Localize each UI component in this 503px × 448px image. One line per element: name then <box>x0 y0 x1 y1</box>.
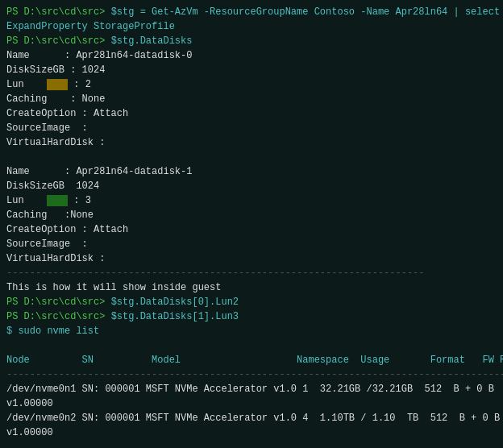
line-14: Lun : 3 <box>6 193 497 208</box>
line-blank-3 <box>6 440 497 448</box>
line-21: PS D:\src\cd\src> $stg.DataDisks[0].Lun2 <box>6 295 497 309</box>
terminal: PS D:\src\cd\src> $stg = Get-AzVm -Resou… <box>0 0 503 448</box>
nvme-row-2-fw: v1.00000 <box>6 425 497 440</box>
cmd-1: $stg = Get-AzVm -ResourceGroupName Conto… <box>111 6 503 18</box>
separator-2: ----------------------------------------… <box>6 367 497 382</box>
nvme-table-header: Node SN Model Namespace Usage Format FW … <box>6 353 497 367</box>
nvme-row-2: /dev/nvme0n2 SN: 000001 MSFT NVMe Accele… <box>6 411 497 425</box>
prompt-21: PS D:\src\cd\src> <box>6 297 111 308</box>
prompt-1: PS D:\src\cd\src> <box>6 6 111 18</box>
line-blank-2 <box>6 338 497 353</box>
line-22: PS D:\src\cd\src> $stg.DataDisks[1].Lun3 <box>6 309 497 324</box>
line-8: CreateOption : Attach <box>6 106 497 121</box>
line-blank-1 <box>6 150 497 164</box>
lun-3-badge <box>47 195 68 206</box>
nvme-row-1: /dev/nvme0n1 SN: 000001 MSFT NVMe Accele… <box>6 382 497 396</box>
prompt-22: PS D:\src\cd\src> <box>6 311 111 322</box>
line-5: DiskSizeGB : 1024 <box>6 63 497 77</box>
line-12: Name : Apr28ln64-datadisk-1 <box>6 164 497 179</box>
cmd-2: ExpandProperty StorageProfile <box>6 21 175 32</box>
line-2: ExpandProperty StorageProfile <box>6 19 497 34</box>
line-6: Lun : 2 <box>6 77 497 92</box>
line-16: CreateOption : Attach <box>6 222 497 237</box>
line-7: Caching : None <box>6 92 497 106</box>
line-13: DiskSizeGB 1024 <box>6 179 497 193</box>
line-1: PS D:\src\cd\src> $stg = Get-AzVm -Resou… <box>6 5 497 19</box>
line-15: Caching :None <box>6 208 497 222</box>
lun-2-badge <box>47 79 68 90</box>
line-23: $ sudo nvme list <box>6 324 497 338</box>
line-18: VirtualHardDisk : <box>6 251 497 266</box>
cmd-3: $stg.DataDisks <box>111 35 193 47</box>
line-20: This is how it will show inside guest <box>6 280 497 295</box>
separator-1: ----------------------------------------… <box>6 266 497 280</box>
line-10: VirtualHardDisk : <box>6 135 497 150</box>
cmd-22: $stg.DataDisks[1].Lun3 <box>111 311 239 322</box>
nvme-row-1-fw: v1.00000 <box>6 396 497 411</box>
line-4: Name : Apr28ln64-datadisk-0 <box>6 48 497 63</box>
cmd-21: $stg.DataDisks[0].Lun2 <box>111 297 239 308</box>
line-9: SourceImage : <box>6 121 497 135</box>
cmd-23: $ sudo nvme list <box>6 326 99 337</box>
line-17: SourceImage : <box>6 237 497 251</box>
line-3: PS D:\src\cd\src> $stg.DataDisks <box>6 34 497 48</box>
prompt-3: PS D:\src\cd\src> <box>6 35 111 47</box>
